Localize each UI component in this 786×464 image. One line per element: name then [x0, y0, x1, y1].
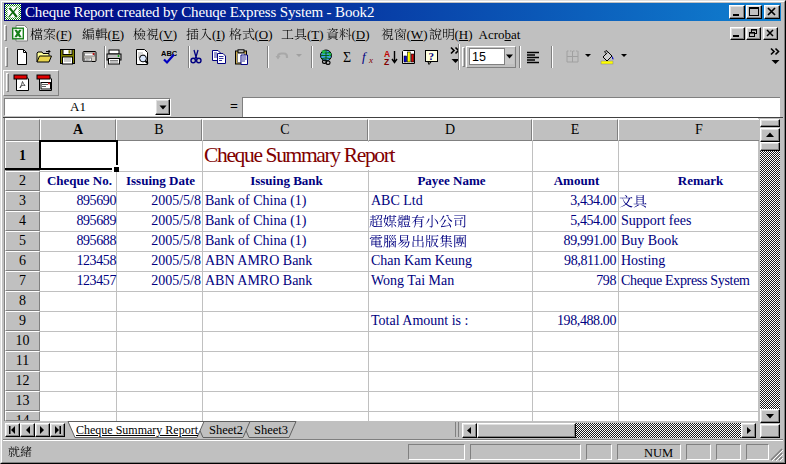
- svg-text:ABC: ABC: [161, 49, 177, 58]
- svg-text:Z: Z: [384, 57, 389, 66]
- svg-text:Σ: Σ: [343, 50, 351, 65]
- svg-text:x: x: [368, 55, 373, 65]
- svg-text:?: ?: [429, 50, 435, 62]
- svg-text:f: f: [362, 49, 368, 64]
